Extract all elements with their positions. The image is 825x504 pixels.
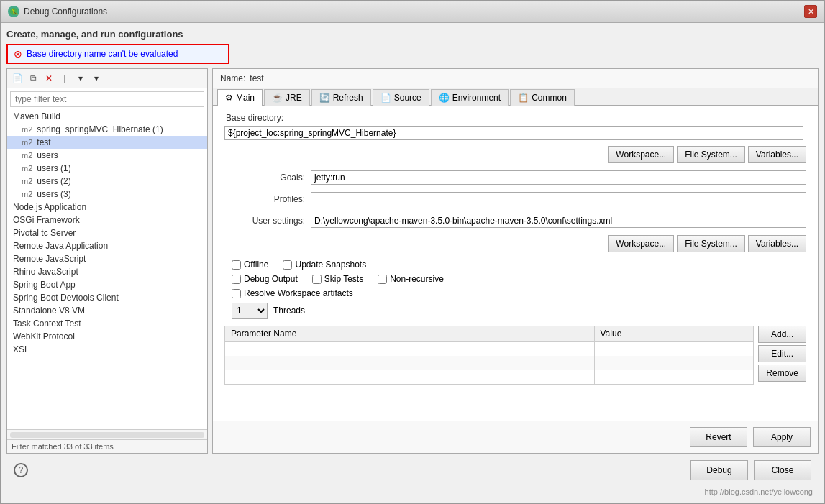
update-snapshots-checkbox[interactable]: [283, 260, 292, 270]
tree-item-remote-java[interactable]: Remote Java Application: [7, 239, 207, 252]
non-recursive-checkbox-label[interactable]: Non-recursive: [378, 274, 444, 284]
threads-select[interactable]: 1 2 4: [232, 303, 268, 319]
workspace-button-1[interactable]: Workspace...: [608, 146, 674, 163]
tree-item-users-2[interactable]: m2 users (2): [7, 175, 207, 188]
tree-item-spring-boot[interactable]: Spring Boot App: [7, 278, 207, 291]
delete-button[interactable]: ✕: [42, 71, 56, 86]
profiles-label: Profiles:: [224, 192, 311, 204]
bottom-bar: ? Debug Close: [6, 454, 819, 486]
workspace-button-2[interactable]: Workspace...: [608, 235, 674, 252]
resolve-workspace-checkbox-label[interactable]: Resolve Workspace artifacts: [232, 288, 353, 298]
filter-status: Filter matched 33 of 33 items: [7, 439, 207, 453]
tree-item-spring-devtools[interactable]: Spring Boot Devtools Client: [7, 291, 207, 304]
left-scrollbar[interactable]: [7, 429, 207, 439]
collapse-button[interactable]: ▾: [73, 71, 88, 86]
error-icon: ⊗: [14, 48, 22, 60]
param-table: Parameter Name Value: [224, 326, 754, 385]
name-row: Name: test: [213, 69, 818, 88]
edit-param-button[interactable]: Edit...: [758, 345, 806, 362]
tree-item-users-1[interactable]: m2 users (1): [7, 162, 207, 175]
non-recursive-checkbox[interactable]: [378, 275, 387, 284]
apply-button[interactable]: Apply: [753, 427, 811, 447]
debug-button[interactable]: Debug: [690, 460, 748, 480]
tree-item-maven-build[interactable]: Maven Build: [7, 110, 207, 123]
tree-item-spring[interactable]: m2 spring_springMVC_Hibernate (1): [7, 123, 207, 136]
tree-item-users-3[interactable]: m2 users (3): [7, 188, 207, 201]
tree-item-standalone[interactable]: Standalone V8 VM: [7, 304, 207, 317]
help-button[interactable]: ?: [14, 463, 28, 477]
filesystem-button-2[interactable]: File System...: [677, 235, 745, 252]
tree-item-nodejs[interactable]: Node.js Application: [7, 201, 207, 214]
resolve-workspace-checkbox[interactable]: [232, 289, 241, 298]
source-tab-label: Source: [394, 93, 421, 103]
revert-button[interactable]: Revert: [690, 427, 747, 447]
name-label: Name:: [220, 73, 245, 83]
filesystem-button-1[interactable]: File System...: [677, 146, 745, 163]
close-button[interactable]: Close: [754, 460, 811, 480]
tab-refresh[interactable]: 🔄 Refresh: [311, 89, 371, 106]
profiles-input[interactable]: [311, 192, 806, 206]
header-section: Create, manage, and run configurations ⊗…: [6, 29, 819, 64]
param-table-container: Parameter Name Value: [224, 326, 754, 388]
right-panel: Name: test ⚙ Main ☕ JRE 🔄 Refresh: [212, 68, 819, 454]
tree-item-users[interactable]: m2 users: [7, 149, 207, 162]
skip-tests-label: Skip Tests: [324, 274, 363, 284]
tree-item-remote-js[interactable]: Remote JavaScript: [7, 252, 207, 265]
goals-label: Goals:: [224, 170, 311, 183]
tree-item-xsl[interactable]: XSL: [7, 343, 207, 356]
user-settings-label: User settings:: [224, 214, 311, 226]
variables-button-1[interactable]: Variables...: [748, 146, 806, 163]
main-tab-label: Main: [236, 93, 255, 103]
filter-button[interactable]: ▾: [89, 71, 104, 86]
bottom-right-buttons: Debug Close: [690, 460, 811, 480]
tab-main[interactable]: ⚙ Main: [217, 89, 263, 106]
user-settings-input[interactable]: [311, 214, 806, 228]
offline-checkbox-label[interactable]: Offline: [232, 260, 268, 270]
threads-row: 1 2 4 Threads: [224, 303, 806, 319]
tree-list: Maven Build m2 spring_springMVC_Hibernat…: [7, 110, 207, 429]
tab-common[interactable]: 📋 Common: [510, 89, 575, 106]
title-bar: 🐛 Debug Configurations ✕: [1, 1, 824, 23]
common-tab-icon: 📋: [518, 93, 529, 103]
filter-input[interactable]: [10, 91, 204, 107]
tab-environment[interactable]: 🌐 Environment: [431, 89, 509, 106]
checkboxes-row-1: Offline Update Snapshots: [224, 260, 806, 270]
checkboxes-row-2: Debug Output Skip Tests Non-recursive: [224, 274, 806, 284]
source-tab-icon: 📄: [380, 93, 391, 103]
tree-item-test[interactable]: m2 test: [7, 136, 207, 149]
tab-jre[interactable]: ☕ JRE: [264, 89, 310, 106]
tabs-bar: ⚙ Main ☕ JRE 🔄 Refresh 📄 Source: [213, 88, 818, 106]
export-button[interactable]: |: [58, 71, 72, 86]
base-directory-label: Base directory:: [224, 113, 283, 123]
tree-item-task-context[interactable]: Task Context Test: [7, 317, 207, 330]
url-bar: http://blog.csdn.net/yellowcong: [6, 486, 819, 498]
user-settings-row: User settings:: [224, 214, 806, 228]
skip-tests-checkbox-label[interactable]: Skip Tests: [312, 274, 363, 284]
common-tab-label: Common: [532, 93, 567, 103]
param-side-buttons: Add... Edit... Remove: [758, 326, 806, 388]
left-toolbar: 📄 ⧉ ✕ | ▾ ▾: [7, 69, 207, 88]
debug-output-checkbox-label[interactable]: Debug Output: [232, 274, 298, 284]
remove-param-button[interactable]: Remove: [758, 365, 806, 382]
tree-item-osgi[interactable]: OSGi Framework: [7, 214, 207, 226]
param-value-header: Value: [594, 326, 754, 342]
non-recursive-label: Non-recursive: [390, 274, 444, 284]
base-directory-input[interactable]: [224, 126, 803, 140]
variables-button-2[interactable]: Variables...: [748, 235, 806, 252]
goals-input[interactable]: [311, 170, 806, 185]
duplicate-button[interactable]: ⧉: [26, 71, 40, 86]
offline-checkbox[interactable]: [232, 260, 241, 270]
tree-item-rhino[interactable]: Rhino JavaScript: [7, 265, 207, 278]
main-tab-icon: ⚙: [225, 93, 233, 103]
tab-source[interactable]: 📄 Source: [373, 89, 429, 106]
app-icon: 🐛: [8, 6, 19, 17]
new-config-button[interactable]: 📄: [10, 71, 24, 86]
refresh-tab-label: Refresh: [333, 93, 363, 103]
add-param-button[interactable]: Add...: [758, 326, 806, 343]
update-snapshots-checkbox-label[interactable]: Update Snapshots: [283, 260, 366, 270]
debug-output-checkbox[interactable]: [232, 275, 241, 284]
tree-item-pivotal[interactable]: Pivotal tc Server: [7, 226, 207, 239]
skip-tests-checkbox[interactable]: [312, 275, 322, 284]
tree-item-webkit[interactable]: WebKit Protocol: [7, 330, 207, 343]
close-window-button[interactable]: ✕: [804, 5, 817, 18]
